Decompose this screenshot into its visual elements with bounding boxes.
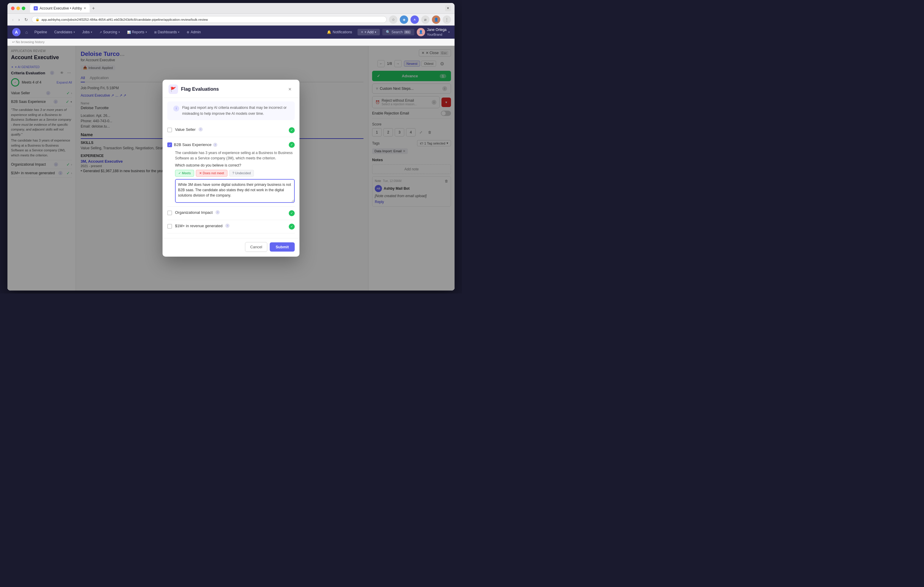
puzzle-extension[interactable]: ⧄ xyxy=(421,15,429,24)
address-bar[interactable]: 🔒 app.ashbyhq.com/jobs/e24f3252-484a-465… xyxy=(31,16,387,23)
org-impact-modal-info-icon[interactable]: i xyxy=(216,210,220,214)
outcome-meets-button[interactable]: ✓ Meets xyxy=(175,170,194,177)
nav-notifications-label: Notifications xyxy=(333,30,352,34)
flag-evaluations-modal: 🚩 Flag Evaluations ✕ i Flag and report a… xyxy=(163,80,299,257)
nav-search-button[interactable]: 🔍 Search ⌘K xyxy=(382,29,414,35)
browser-refresh-button[interactable]: ↻ xyxy=(23,16,29,23)
value-seller-modal-info-icon[interactable]: i xyxy=(198,127,203,132)
user-info: Jane Ortega YourBrand xyxy=(427,28,447,36)
tab-favicon: A xyxy=(34,6,38,10)
logo-text: A xyxy=(15,30,18,35)
close-traffic-light[interactable] xyxy=(11,7,15,10)
nav-reports-label: Reports xyxy=(132,30,144,34)
outcome-question: Which outcome do you believe is correct? xyxy=(175,163,295,168)
modal-flag-icon: 🚩 xyxy=(168,84,178,94)
outcome-undecided-button[interactable]: ? Undecided xyxy=(229,170,254,177)
nav-admin-label: Admin xyxy=(190,30,201,34)
nav-admin[interactable]: ⚙ Admin xyxy=(184,29,204,35)
nav-pipeline[interactable]: Pipeline xyxy=(31,29,50,35)
org-impact-met-icon: ✓ xyxy=(289,210,295,216)
revenue-modal-name: $1M+ in revenue generated xyxy=(175,224,223,228)
user-name: Jane Ortega xyxy=(427,28,447,33)
modal-desc-icon: i xyxy=(173,105,179,112)
value-seller-met-icon: ✓ xyxy=(289,127,295,133)
modal-criteria-revenue: $1M+ in revenue generated i ✓ xyxy=(167,220,295,233)
browser-menu-button[interactable]: ⋮ xyxy=(443,15,451,24)
tab-close-icon[interactable]: ✕ xyxy=(84,7,86,10)
b2b-saas-modal-name: B2B Saas Experience xyxy=(174,143,211,147)
nav-admin-icon: ⚙ xyxy=(186,31,189,34)
star-button[interactable]: ☆ xyxy=(389,15,398,24)
nav-candidates[interactable]: Candidates ▾ xyxy=(51,29,78,35)
nav-dashboards-icon: ⊞ xyxy=(154,31,157,34)
ashby-extension[interactable]: A xyxy=(411,15,419,24)
nav-jobs[interactable]: Jobs ▾ xyxy=(79,29,95,35)
browser-back-button[interactable]: ‹ xyxy=(11,16,15,23)
search-shortcut: ⌘K xyxy=(404,30,411,34)
b2b-saas-eval-description: The candidate has 3 years of experience … xyxy=(175,150,295,161)
value-seller-modal-name: Value Seller xyxy=(175,127,196,132)
revenue-checkbox[interactable] xyxy=(167,224,172,229)
user-org: YourBrand xyxy=(427,33,447,36)
user-profile-button[interactable]: 👤 xyxy=(432,15,440,24)
outcome-not-meets-button[interactable]: ✕ Does not meet xyxy=(196,170,228,177)
modal-overlay: 🚩 Flag Evaluations ✕ i Flag and report a… xyxy=(7,46,455,291)
maximize-traffic-light[interactable] xyxy=(22,7,25,10)
explanation-textarea[interactable]: While 3M does have some digital solution… xyxy=(175,179,295,203)
nav-sourcing[interactable]: ↗ Sourcing ▾ xyxy=(96,29,123,35)
nav-pipeline-label: Pipeline xyxy=(34,30,47,34)
url-text: app.ashbyhq.com/jobs/e24f3252-484a-4654-… xyxy=(41,18,208,21)
value-seller-checkbox[interactable] xyxy=(167,128,172,132)
submit-button[interactable]: Submit xyxy=(270,242,295,252)
revenue-modal-info-icon[interactable]: i xyxy=(225,224,229,228)
modal-criteria-org-impact: Organizational Impact i ✓ xyxy=(167,207,295,220)
user-avatar: 👤 xyxy=(417,28,425,36)
org-impact-checkbox[interactable] xyxy=(167,210,172,215)
nav-search-label: Search xyxy=(391,30,403,34)
cancel-button[interactable]: Cancel xyxy=(245,242,267,252)
nav-jobs-label: Jobs xyxy=(82,30,90,34)
minimize-traffic-light[interactable] xyxy=(16,7,20,10)
modal-description-text: Flag and report any AI criteria evaluati… xyxy=(182,105,289,116)
no-browsing-history: ↩ No browsing history xyxy=(12,40,45,44)
app-logo: A xyxy=(12,28,21,36)
modal-title: Flag Evaluations xyxy=(181,87,219,92)
nav-notifications-button[interactable]: 🔔 Notifications xyxy=(324,29,355,35)
nav-dashboards[interactable]: ⊞ Dashboards ▾ xyxy=(151,29,183,35)
modal-criteria-value-seller: Value Seller i ✓ xyxy=(167,124,295,137)
search-icon: 🔍 xyxy=(386,30,390,34)
browser-forward-button[interactable]: › xyxy=(17,16,21,23)
nav-user-menu[interactable]: 👤 Jane Ortega YourBrand ▾ xyxy=(417,28,450,36)
b2b-saas-modal-info-icon[interactable]: i xyxy=(213,143,217,147)
nav-add-label: + Add xyxy=(365,30,374,34)
browser-tab-active[interactable]: A Account Executive • Ashby ✕ xyxy=(30,4,90,13)
org-impact-modal-name: Organizational Impact xyxy=(175,210,213,215)
revenue-met-icon: ✓ xyxy=(289,224,295,230)
browser-dropdown-button[interactable]: ▼ xyxy=(445,5,451,11)
nav-reports[interactable]: 📊 Reports ▾ xyxy=(124,29,150,35)
user-avatar-initials: 👤 xyxy=(419,30,423,34)
nav-home-button[interactable]: ⌂ xyxy=(23,28,30,36)
nav-reports-icon: 📊 xyxy=(127,31,131,34)
modal-close-button[interactable]: ✕ xyxy=(286,86,294,93)
b2b-saas-met-icon: ✓ xyxy=(289,142,295,148)
modal-criteria-b2b-saas: ✓ B2B Saas Experience i ✓ The candidate … xyxy=(167,137,295,207)
new-tab-button[interactable]: + xyxy=(91,6,96,11)
nav-add-button[interactable]: + + Add ▾ xyxy=(358,29,380,35)
b2b-saas-checkbox[interactable]: ✓ xyxy=(167,143,172,147)
nav-sourcing-icon: ↗ xyxy=(99,31,102,34)
nav-candidates-label: Candidates xyxy=(54,30,73,34)
tab-title: Account Executive • Ashby xyxy=(40,6,82,10)
nav-sourcing-label: Sourcing xyxy=(103,30,117,34)
add-icon: + xyxy=(361,30,363,34)
nav-dashboards-label: Dashboards xyxy=(158,30,177,34)
notification-bell-icon: 🔔 xyxy=(327,30,331,34)
extensions-button[interactable]: ◈ xyxy=(400,15,408,24)
